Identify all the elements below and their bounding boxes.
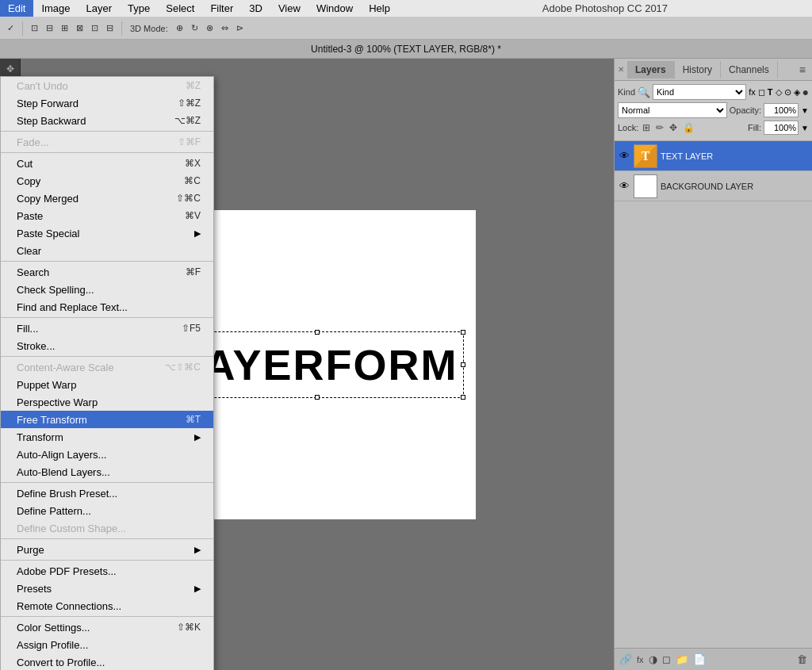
dd-search[interactable]: Search ⌘F — [1, 263, 213, 281]
canvas-text: LAYERFORM — [176, 340, 458, 389]
footer-mask-icon[interactable]: ◻ — [662, 653, 671, 665]
dd-free-transform[interactable]: Free Transform ⌘T — [1, 411, 213, 428]
dd-paste[interactable]: Paste ⌘V — [1, 207, 213, 224]
menu-layer[interactable]: Layer — [79, 0, 121, 17]
dd-perspective-warp[interactable]: Perspective Warp — [1, 393, 213, 411]
toolbar-3d-5[interactable]: ⊳ — [234, 22, 246, 34]
menu-3d[interactable]: 3D — [241, 0, 270, 17]
dd-define-pattern[interactable]: Define Pattern... — [1, 502, 213, 519]
menu-type[interactable]: Type — [120, 0, 158, 17]
dd-fill[interactable]: Fill... ⇧F5 — [1, 320, 213, 337]
dd-color-settings-label: Color Settings... — [17, 622, 90, 634]
lock-icon-move[interactable]: ✥ — [668, 121, 679, 134]
kind-icon-color[interactable]: ⊙ — [784, 87, 791, 98]
dd-clear-label: Clear — [17, 245, 41, 257]
dd-color-settings[interactable]: Color Settings... ⇧⌘K — [1, 618, 213, 636]
dd-presets[interactable]: Presets ▶ — [1, 580, 213, 597]
toolbar-3d-3[interactable]: ⊗ — [204, 22, 216, 34]
toolbar: ✓ ⊡ ⊟ ⊞ ⊠ ⊡ ⊟ 3D Mode: ⊕ ↻ ⊗ ⇔ ⊳ — [0, 17, 812, 40]
kind-icon-dot[interactable]: ● — [802, 86, 809, 98]
kind-icon-vector[interactable]: ◇ — [776, 87, 782, 98]
toolbar-align-6[interactable]: ⊟ — [104, 22, 116, 34]
toolbar-3d-2[interactable]: ↻ — [189, 22, 201, 34]
dd-copy-merged[interactable]: Copy Merged ⇧⌘C — [1, 190, 213, 207]
dd-remote[interactable]: Remote Connections... — [1, 597, 213, 614]
dd-puppet-warp[interactable]: Puppet Warp — [1, 376, 213, 393]
opacity-arrow[interactable]: ▼ — [801, 106, 809, 115]
dd-purge[interactable]: Purge ▶ — [1, 541, 213, 558]
dd-stroke[interactable]: Stroke... — [1, 337, 213, 354]
transform-handle-mr[interactable] — [461, 362, 465, 367]
menu-help[interactable]: Help — [361, 0, 398, 17]
menu-edit[interactable]: Edit — [0, 0, 33, 17]
footer-adjust-icon[interactable]: ◑ — [649, 653, 657, 665]
kind-icon-pixel[interactable]: ◻ — [758, 87, 765, 98]
dd-find-replace[interactable]: Find and Replace Text... — [1, 298, 213, 316]
dd-define-brush[interactable]: Define Brush Preset... — [1, 484, 213, 502]
kind-icon-1[interactable]: 🔍 — [638, 86, 650, 98]
dd-copy[interactable]: Copy ⌘C — [1, 172, 213, 190]
dd-cant-undo[interactable]: Can't Undo ⌘Z — [1, 77, 213, 94]
layer-eye-text[interactable]: 👁 — [618, 150, 630, 163]
footer-new-layer-icon[interactable]: 📄 — [693, 653, 706, 665]
tab-layers[interactable]: Layers — [627, 61, 675, 78]
footer-folder-icon[interactable]: 📁 — [676, 653, 688, 665]
kind-icon-smart[interactable]: ◈ — [794, 87, 800, 98]
transform-handle-tr[interactable] — [461, 330, 465, 335]
fill-input[interactable] — [764, 121, 799, 135]
dd-convert-profile[interactable]: Convert to Profile... — [1, 653, 213, 670]
lock-icon-all[interactable]: 🔒 — [681, 121, 696, 134]
kind-icon-fx[interactable]: fx — [749, 87, 756, 97]
dd-cut[interactable]: Cut ⌘X — [1, 155, 213, 172]
toolbar-align-5[interactable]: ⊡ — [89, 22, 101, 34]
lock-icon-draw[interactable]: ✏ — [654, 121, 665, 134]
dd-clear[interactable]: Clear — [1, 242, 213, 259]
dd-transform[interactable]: Transform ▶ — [1, 428, 213, 446]
layer-item-bg[interactable]: 👁 BACKGROUND LAYER — [615, 171, 812, 201]
fill-arrow[interactable]: ▼ — [801, 124, 809, 132]
dd-paste-special[interactable]: Paste Special ▶ — [1, 224, 213, 242]
panel-close-btn[interactable]: ✕ — [618, 65, 624, 74]
dd-auto-align[interactable]: Auto-Align Layers... — [1, 446, 213, 463]
toolbar-align-2[interactable]: ⊟ — [44, 22, 56, 34]
toolbar-3d-4[interactable]: ⇔ — [219, 22, 231, 34]
footer-delete-icon[interactable]: 🗑 — [797, 653, 807, 665]
footer-fx-icon[interactable]: fx — [637, 655, 644, 664]
opacity-input[interactable] — [764, 103, 799, 117]
toolbar-icon-1[interactable]: ✓ — [5, 22, 17, 34]
kind-row: Kind 🔍 Kind fx ◻ T ◇ ⊙ ◈ ● — [618, 84, 809, 100]
menu-view[interactable]: View — [270, 0, 308, 17]
dd-adobe-pdf[interactable]: Adobe PDF Presets... — [1, 562, 213, 580]
tab-history[interactable]: History — [675, 61, 721, 78]
transform-handle-bm[interactable] — [315, 395, 320, 400]
dd-cut-label: Cut — [17, 158, 33, 170]
dd-auto-blend[interactable]: Auto-Blend Layers... — [1, 463, 213, 480]
panel-menu-btn[interactable]: ≡ — [796, 63, 809, 76]
toolbar-align-3[interactable]: ⊞ — [59, 22, 71, 34]
layer-item-text[interactable]: 👁 T TEXT LAYER — [615, 141, 812, 171]
dd-define-shape[interactable]: Define Custom Shape... — [1, 519, 213, 537]
menu-image[interactable]: Image — [33, 0, 78, 17]
kind-select[interactable]: Kind — [653, 84, 746, 100]
footer-link-icon[interactable]: 🔗 — [619, 653, 632, 665]
tab-channels[interactable]: Channels — [721, 61, 778, 78]
dd-fade[interactable]: Fade... ⇧⌘F — [1, 133, 213, 151]
blend-mode-select[interactable]: Normal — [618, 102, 727, 118]
menu-select[interactable]: Select — [158, 0, 202, 17]
menu-window[interactable]: Window — [308, 0, 361, 17]
dd-step-forward[interactable]: Step Forward ⇧⌘Z — [1, 94, 213, 112]
toolbar-align-1[interactable]: ⊡ — [29, 22, 40, 34]
kind-icon-type[interactable]: T — [768, 87, 773, 97]
toolbar-align-4[interactable]: ⊠ — [74, 22, 86, 34]
layer-eye-bg[interactable]: 👁 — [618, 180, 630, 193]
dd-assign-profile[interactable]: Assign Profile... — [1, 636, 213, 653]
menu-filter[interactable]: Filter — [202, 0, 241, 17]
dd-check-spelling[interactable]: Check Spelling... — [1, 281, 213, 298]
layer-thumb-bg — [634, 174, 657, 198]
dd-step-backward[interactable]: Step Backward ⌥⌘Z — [1, 112, 213, 129]
lock-icon-pixel[interactable]: ⊞ — [641, 121, 652, 134]
toolbar-3d-1[interactable]: ⊕ — [174, 22, 186, 34]
transform-handle-br[interactable] — [461, 395, 465, 400]
dd-content-aware[interactable]: Content-Aware Scale ⌥⇧⌘C — [1, 358, 213, 376]
transform-handle-tm[interactable] — [315, 330, 320, 335]
